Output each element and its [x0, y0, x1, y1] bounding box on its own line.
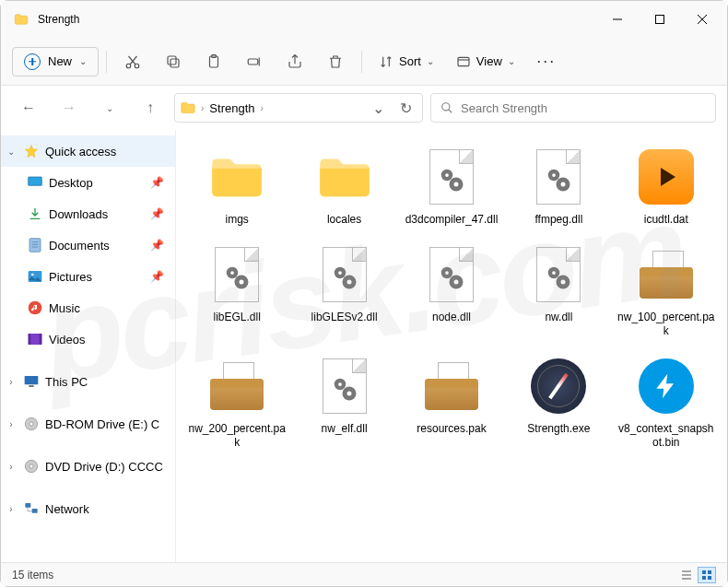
sidebar-quick-access[interactable]: ⌄ Quick access	[1, 135, 175, 167]
svg-rect-6	[170, 59, 179, 67]
svg-point-28	[29, 422, 33, 426]
sidebar-network[interactable]: ›Network	[1, 493, 175, 524]
svg-point-20	[31, 274, 34, 276]
address-dropdown[interactable]: ⌄	[367, 91, 389, 124]
exe-file-icon	[531, 358, 586, 414]
search-box[interactable]: Search Strength	[430, 93, 716, 123]
svg-rect-7	[168, 56, 176, 65]
more-button[interactable]: ···	[528, 45, 565, 78]
window-title: Strength	[38, 13, 596, 26]
chevron-right-icon: ›	[201, 103, 204, 113]
svg-point-30	[29, 464, 33, 468]
copy-button[interactable]	[155, 45, 192, 78]
file-item-dll[interactable]: nw.dll	[507, 241, 610, 343]
svg-point-60	[346, 391, 351, 395]
file-item-folder[interactable]: locales	[292, 143, 395, 231]
file-item-dat[interactable]: icudtl.dat	[615, 143, 718, 231]
svg-rect-13	[29, 177, 42, 185]
sidebar-desktop[interactable]: Desktop📌	[1, 167, 175, 198]
search-icon	[440, 101, 453, 114]
file-item-folder[interactable]: imgs	[185, 143, 288, 231]
icons-view-button[interactable]	[698, 567, 716, 583]
cut-button[interactable]	[114, 45, 151, 78]
minimize-button[interactable]	[596, 5, 639, 34]
pin-icon: 📌	[150, 270, 164, 283]
details-view-button[interactable]	[677, 567, 696, 583]
svg-point-44	[240, 279, 244, 284]
file-name: nw_elf.dll	[322, 422, 368, 437]
file-item-dll[interactable]: node.dll	[400, 241, 503, 343]
file-name: resources.pak	[417, 422, 486, 437]
sidebar-label: DVD Drive (D:) CCCC	[45, 460, 168, 474]
file-name: libEGL.dll	[214, 311, 261, 325]
file-item-pak[interactable]: resources.pak	[400, 352, 503, 454]
svg-point-36	[453, 182, 458, 187]
file-list: imgs locales d3dcompiler_47.dll ffmpeg.d…	[176, 130, 727, 562]
close-button[interactable]	[681, 5, 723, 34]
file-item-dll[interactable]: ffmpeg.dll	[507, 143, 610, 231]
sidebar: ⌄ Quick access Desktop📌 Downloads📌 Docum…	[1, 130, 176, 562]
sidebar-this-pc[interactable]: ›This PC	[1, 366, 175, 397]
rename-button[interactable]	[236, 45, 273, 78]
separator	[361, 51, 362, 73]
dat-file-icon	[639, 149, 694, 205]
sidebar-dvd-drive[interactable]: ›DVD Drive (D:) CCCC	[1, 451, 175, 482]
back-button[interactable]: ←	[12, 91, 45, 124]
maximize-button[interactable]	[639, 5, 681, 34]
paste-button[interactable]	[195, 45, 232, 78]
sidebar-downloads[interactable]: Downloads📌	[1, 198, 175, 229]
file-item-dll[interactable]: libEGL.dll	[185, 241, 288, 343]
svg-point-59	[338, 382, 342, 386]
new-button[interactable]: New ⌄	[12, 47, 99, 76]
svg-rect-11	[458, 57, 469, 65]
file-name: d3dcompiler_47.dll	[405, 213, 499, 228]
toolbar: New ⌄ Sort ⌄ View ⌄ ···	[1, 38, 727, 86]
forward-button[interactable]: →	[53, 91, 86, 124]
sort-button[interactable]: Sort ⌄	[370, 49, 443, 75]
music-icon	[27, 299, 43, 316]
sidebar-label: Downloads	[49, 207, 145, 221]
address-bar[interactable]: › Strength › ⌄ ↻	[174, 93, 423, 123]
file-item-dll[interactable]: libGLESv2.dll	[292, 241, 395, 343]
sidebar-pictures[interactable]: Pictures📌	[1, 261, 175, 292]
share-button[interactable]	[276, 45, 313, 78]
pak-file-icon	[210, 362, 264, 410]
dll-file-icon	[323, 358, 367, 414]
sort-label: Sort	[399, 54, 421, 68]
svg-rect-25	[25, 376, 39, 384]
file-name: v8_context_snapshot.bin	[616, 422, 716, 451]
pin-icon: 📌	[150, 207, 164, 220]
breadcrumb[interactable]: Strength	[209, 101, 254, 115]
file-item-pak[interactable]: nw_200_percent.pak	[185, 352, 288, 454]
sidebar-label: BD-ROM Drive (E:) C	[45, 417, 168, 431]
navbar: ← → ⌄ ↑ › Strength › ⌄ ↻ Search Strength	[1, 86, 727, 130]
dll-file-icon	[429, 247, 474, 302]
svg-point-12	[442, 103, 450, 111]
file-item-dll[interactable]: d3dcompiler_47.dll	[400, 143, 503, 231]
file-name: nw_100_percent.pak	[616, 311, 716, 339]
view-button[interactable]: View ⌄	[447, 49, 524, 75]
svg-point-40	[561, 182, 566, 187]
svg-point-51	[445, 271, 449, 275]
sidebar-videos[interactable]: Videos	[1, 323, 175, 355]
folder-icon	[317, 155, 372, 199]
sidebar-bd-drive[interactable]: ›BD-ROM Drive (E:) C	[1, 408, 175, 440]
svg-point-43	[230, 271, 234, 275]
file-name: icudtl.dat	[644, 213, 688, 228]
svg-rect-1	[656, 16, 664, 24]
file-item-exe[interactable]: Strength.exe	[507, 352, 610, 454]
chevron-down-icon: ⌄	[5, 147, 18, 157]
up-button[interactable]: ↑	[134, 91, 167, 124]
file-item-pak[interactable]: nw_100_percent.pak	[615, 241, 718, 343]
sidebar-documents[interactable]: Documents📌	[1, 229, 175, 261]
svg-point-39	[553, 173, 557, 177]
disc-icon	[23, 416, 40, 432]
sidebar-music[interactable]: Music	[1, 292, 175, 323]
file-item-dll[interactable]: nw_elf.dll	[292, 352, 395, 454]
dll-file-icon	[323, 247, 367, 302]
delete-button[interactable]	[317, 45, 354, 78]
recent-button[interactable]: ⌄	[93, 91, 126, 124]
file-item-bin[interactable]: v8_context_snapshot.bin	[615, 352, 718, 454]
file-name: imgs	[226, 213, 249, 228]
refresh-button[interactable]: ↻	[394, 91, 417, 124]
